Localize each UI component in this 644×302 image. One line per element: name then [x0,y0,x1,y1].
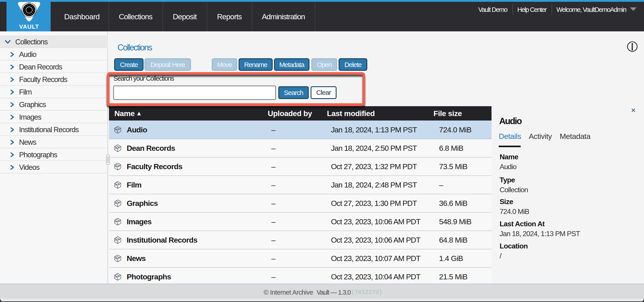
svg-text:VAULT: VAULT [19,23,39,30]
